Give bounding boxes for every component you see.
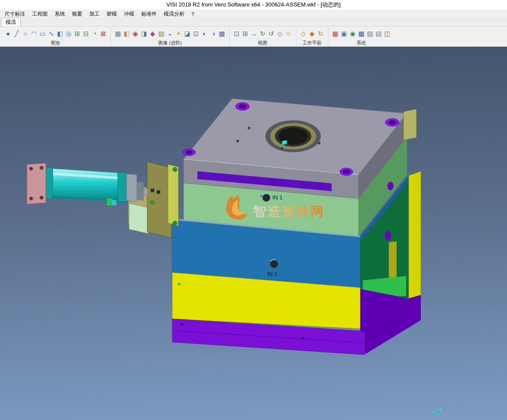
tab-strip: 模流 [0,19,507,27]
rectangle-icon[interactable]: ▭ [39,29,47,38]
inlet-1-label: IN 1 [272,194,283,201]
bracket-green-plate [129,203,148,234]
viewport-3d[interactable]: IN 1 IN 2 [0,47,507,420]
bracket-nut [151,189,154,192]
circle-icon[interactable]: ○ [21,29,29,38]
cooling-chip [282,140,287,145]
grid-icon[interactable]: ▩ [357,29,365,38]
toolbar-group-label: 视图 [233,39,293,46]
window-title: VISI 2018 R2 from Vero Software x64 - 30… [166,1,340,9]
wireframe-view-icon[interactable]: ▦ [114,29,122,38]
boolean-subtract-icon[interactable]: ⊟ [82,29,90,38]
toolbar-group: ◇◆↻工作平面 [296,27,328,46]
hidden-line-icon[interactable]: ◨ [140,29,148,38]
section-view-icon[interactable]: ◪ [183,29,191,38]
rod-adapter-2 [137,182,144,201]
dynamic-rotate-icon[interactable]: ↻ [258,29,267,38]
menu-item-模流分析[interactable]: 模流分析 [160,10,188,19]
toolbar-group-label: 工作平面 [299,39,325,46]
title-bar: VISI 2018 R2 from Vero Software x64 - 30… [0,0,507,10]
menu-item-系统[interactable]: 系统 [51,10,68,19]
locating-ring [265,120,321,152]
reflection-icon[interactable]: ◑ [209,29,217,38]
toolbar-group-label: 系统 [331,39,391,46]
model-canvas: IN 1 IN 2 [0,47,507,420]
zoom-all-icon[interactable]: ⊡ [233,29,241,38]
bracket-mount-bar [168,164,178,226]
display-settings-icon[interactable]: ▣ [340,29,348,38]
toolbar-group: ●╱○◠▭∿◧◎⊞⊟◔⊠图形 [1,27,110,46]
line-icon[interactable]: ╱ [13,29,21,38]
axis-indicator [433,408,443,415]
light-source-icon[interactable]: ☀ [174,29,183,38]
workplane-create-icon[interactable]: ◇ [299,29,307,38]
menu-item-尺寸标注[interactable]: 尺寸标注 [1,10,29,19]
watermark-text: 智造资料网 [253,204,325,218]
rod-adapter [126,174,137,202]
bracket-nut [157,190,160,194]
shadow-icon[interactable]: ◐ [200,29,209,38]
workplane-align-icon[interactable]: ◆ [308,29,316,38]
menu-item-标准件[interactable]: 标准件 [138,10,160,19]
workplane-rotate-icon[interactable]: ↻ [316,29,325,38]
solid-cylinder-icon[interactable]: ◎ [65,29,73,38]
toolbar-group: ⊡⊞↔↻↺◇☺视图 [229,27,296,46]
background-color-icon[interactable]: ▩ [218,29,226,38]
toolbar-group-label: 图形 [4,39,107,46]
arc-icon[interactable]: ◠ [30,29,38,38]
previous-view-icon[interactable]: ↺ [267,29,275,38]
menu-bar: 尺寸标注工程图系统视窗加工塑模冲模标准件模流分析? [0,10,507,19]
menu-item-塑模[interactable]: 塑模 [103,10,120,19]
render-smiley-icon[interactable]: ☺ [284,29,293,38]
dynamic-pan-icon[interactable]: ↔ [250,29,258,38]
base-plate-right-face [360,289,421,354]
hydraulic-cylinder [27,162,178,238]
cylinder-cap-left [45,167,53,199]
isometric-view-icon[interactable]: ◇ [276,29,284,38]
cylinder-rear-flange [27,163,46,204]
menu-item-加工[interactable]: 加工 [86,10,103,19]
clip-plane-icon[interactable]: ⊡ [192,29,200,38]
color-palette-icon[interactable]: ▦ [331,29,339,38]
rendered-view-icon[interactable]: ◉ [131,29,139,38]
mold-assembly: IN 1 IN 2 [172,99,421,355]
texture-library-icon[interactable]: ▤ [375,29,383,38]
delete-geometry-icon[interactable]: ⊠ [99,29,107,38]
toolbar-group: ▦◧◉◨◆▨◒☀◪⊡◐◑▩图像 (进阶) [110,27,229,46]
fillet-icon[interactable]: ◔ [90,29,99,38]
menu-item-工程图[interactable]: 工程图 [29,10,51,19]
texture-icon[interactable]: ▨ [157,29,165,38]
database-icon[interactable]: ◫ [383,29,391,38]
toolbar-group: ▦▣◉▩▨▤◫系统 [328,27,394,46]
main-toolbar: ●╱○◠▭∿◧◎⊞⊟◔⊠图形▦◧◉◨◆▨◒☀◪⊡◐◑▩图像 (进阶)⊡⊞↔↻↺◇… [0,27,507,47]
toolbar-group-label: 图像 (进阶) [114,39,226,46]
curve-icon[interactable]: ∿ [47,29,55,38]
right-face-hole [388,182,394,190]
menu-item-视窗[interactable]: 视窗 [68,10,86,19]
zoom-window-icon[interactable]: ⊞ [241,29,249,38]
transparency-icon[interactable]: ◒ [166,29,174,38]
menu-item-?[interactable]: ? [188,10,198,18]
cylinder-cap-right [118,172,126,202]
sensor-dot [178,283,181,285]
corner-block [404,109,417,140]
shaded-view-icon[interactable]: ◧ [123,29,131,38]
boolean-union-icon[interactable]: ⊞ [73,29,81,38]
globe-settings-icon[interactable]: ◉ [349,29,357,38]
hatch-pattern-icon[interactable]: ▨ [366,29,374,38]
solid-box-icon[interactable]: ◧ [56,29,64,38]
tab-moldflow[interactable]: 模流 [1,18,21,26]
point-icon[interactable]: ● [4,29,12,38]
material-icon[interactable]: ◆ [149,29,157,38]
menu-item-冲模[interactable]: 冲模 [120,10,138,19]
inlet-2-label: IN 2 [267,271,278,277]
